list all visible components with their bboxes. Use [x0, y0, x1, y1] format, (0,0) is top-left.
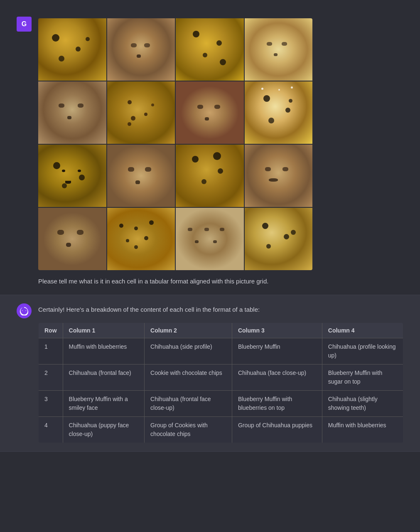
table-cell-r1c2: Chihuahua (side profile)	[145, 338, 232, 365]
table-cell-r3c0: 3	[39, 391, 63, 417]
user-message: G	[0, 8, 420, 295]
user-message-text: Please tell me what is it in each cell i…	[38, 277, 403, 286]
grid-cell-r2c1	[38, 81, 106, 144]
table-header-col1: Column 1	[63, 323, 145, 338]
grid-cell-r2c2	[107, 81, 175, 144]
ai-message: Certainly! Here's a breakdown of the con…	[0, 295, 420, 452]
ai-content: Certainly! Here's a breakdown of the con…	[38, 303, 403, 443]
grid-cell-r3c2	[107, 145, 175, 207]
user-content: Please tell me what is it in each cell i…	[38, 17, 403, 286]
table-cell-r4c0: 4	[39, 417, 63, 443]
table-cell-r2c1: Chihuahua (frontal face)	[63, 365, 145, 391]
table-row: 4Chihuahua (puppy face close-up)Group of…	[39, 417, 403, 443]
table-cell-r1c1: Muffin with blueberries	[63, 338, 145, 365]
table-header-col2: Column 2	[145, 323, 232, 338]
avatar-letter: G	[22, 20, 27, 28]
table-cell-r1c0: 1	[39, 338, 63, 365]
table-cell-r2c3: Chihuahua (face close-up)	[232, 365, 322, 391]
grid-cell-r1c1	[38, 18, 106, 81]
conversation: G	[0, 0, 420, 460]
grid-cell-r4c3	[176, 208, 244, 270]
image-grid	[38, 18, 312, 270]
table-cell-r2c4: Blueberry Muffin with sugar on top	[322, 365, 403, 391]
grid-cell-r3c1	[38, 145, 106, 207]
ai-intro-text: Certainly! Here's a breakdown of the con…	[38, 305, 403, 315]
grid-cell-r3c3	[176, 145, 244, 207]
table-row: 3Blueberry Muffin with a smiley faceChih…	[39, 391, 403, 417]
ai-avatar	[17, 303, 32, 318]
grid-cell-r1c3	[176, 18, 244, 81]
grid-cell-r4c2	[107, 208, 175, 270]
table-cell-r1c3: Blueberry Muffin	[232, 338, 322, 365]
grid-cell-r1c2	[107, 18, 175, 81]
table-header-col3: Column 3	[232, 323, 322, 338]
table-cell-r2c0: 2	[39, 365, 63, 391]
table-cell-r4c2: Group of Cookies with chocolate chips	[145, 417, 232, 443]
table-cell-r3c2: Chihuahua (frontal face close-up)	[145, 391, 232, 417]
table-row: 2Chihuahua (frontal face)Cookie with cho…	[39, 365, 403, 391]
table-cell-r3c4: Chihuahua (slightly showing teeth)	[322, 391, 403, 417]
grid-cell-r4c1	[38, 208, 106, 270]
user-avatar: G	[17, 17, 32, 32]
table-cell-r3c1: Blueberry Muffin with a smiley face	[63, 391, 145, 417]
table-row: 1Muffin with blueberriesChihuahua (side …	[39, 338, 403, 365]
grid-cell-r4c4	[245, 208, 313, 270]
grid-cell-r2c3	[176, 81, 244, 144]
table-header-col4: Column 4	[322, 323, 403, 338]
table-cell-r4c4: Muffin with blueberries	[322, 417, 403, 443]
grid-cell-r2c4	[245, 81, 313, 144]
table-cell-r4c1: Chihuahua (puppy face close-up)	[63, 417, 145, 443]
response-table: Row Column 1 Column 2 Column 3 Column 4 …	[38, 323, 403, 443]
table-cell-r1c4: Chihuahua (profile looking up)	[322, 338, 403, 365]
grid-cell-r1c4	[245, 18, 313, 81]
table-header-row: Row	[39, 323, 63, 338]
grid-cell-r3c4	[245, 145, 313, 207]
table-cell-r2c2: Cookie with chocolate chips	[145, 365, 232, 391]
table-cell-r3c3: Blueberry Muffin with blueberries on top	[232, 391, 322, 417]
table-cell-r4c3: Group of Chihuahua puppies	[232, 417, 322, 443]
